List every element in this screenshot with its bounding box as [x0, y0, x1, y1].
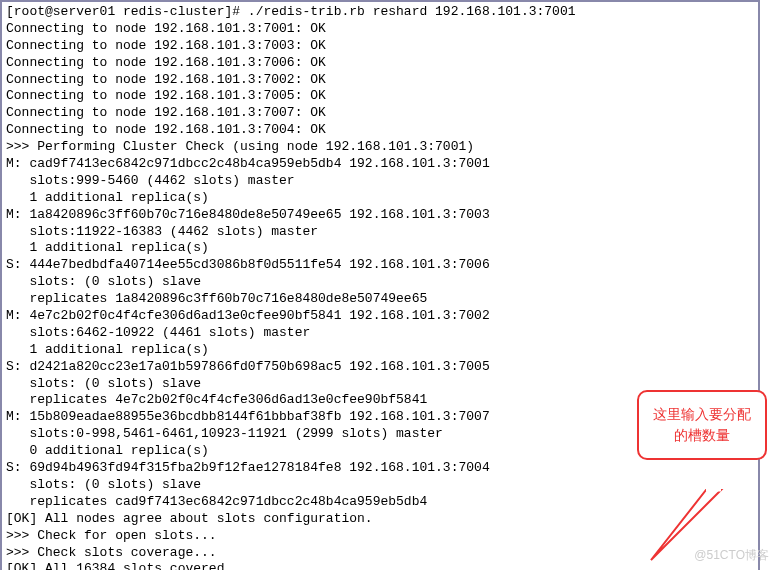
terminal-line: S: 69d94b4963fd94f315fba2b9f12fae1278184… — [6, 460, 754, 477]
terminal-line: slots:6462-10922 (4461 slots) master — [6, 325, 754, 342]
terminal-line: Connecting to node 192.168.101.3:7002: O… — [6, 72, 754, 89]
terminal-line: Connecting to node 192.168.101.3:7005: O… — [6, 88, 754, 105]
watermark: @51CTO博客 — [694, 548, 769, 564]
terminal-line: Connecting to node 192.168.101.3:7006: O… — [6, 55, 754, 72]
annotation-callout: 这里输入要分配的槽数量 — [637, 390, 767, 460]
terminal-line: 1 additional replica(s) — [6, 342, 754, 359]
terminal-line: Connecting to node 192.168.101.3:7007: O… — [6, 105, 754, 122]
terminal-line: >>> Performing Cluster Check (using node… — [6, 139, 754, 156]
terminal-line: Connecting to node 192.168.101.3:7004: O… — [6, 122, 754, 139]
terminal-line: slots: (0 slots) slave — [6, 274, 754, 291]
terminal-line: [OK] All 16384 slots covered. — [6, 561, 754, 570]
terminal-line: replicates 1a8420896c3ff60b70c716e8480de… — [6, 291, 754, 308]
terminal-line: slots:999-5460 (4462 slots) master — [6, 173, 754, 190]
terminal-line: M: 4e7c2b02f0c4f4cfe306d6ad13e0cfee90bf5… — [6, 308, 754, 325]
terminal-line: [root@server01 redis-cluster]# ./redis-t… — [6, 4, 754, 21]
terminal-line: M: 1a8420896c3ff60b70c716e8480de8e50749e… — [6, 207, 754, 224]
terminal-line: Connecting to node 192.168.101.3:7001: O… — [6, 21, 754, 38]
terminal-line: Connecting to node 192.168.101.3:7003: O… — [6, 38, 754, 55]
terminal-line: [OK] All nodes agree about slots configu… — [6, 511, 754, 528]
terminal-line: slots:11922-16383 (4462 slots) master — [6, 224, 754, 241]
watermark-text: @51CTO博客 — [694, 548, 769, 562]
terminal-line: S: d2421a820cc23e17a01b597866fd0f750b698… — [6, 359, 754, 376]
terminal-line: M: cad9f7413ec6842c971dbcc2c48b4ca959eb5… — [6, 156, 754, 173]
terminal-line: replicates cad9f7413ec6842c971dbcc2c48b4… — [6, 494, 754, 511]
terminal-line: 1 additional replica(s) — [6, 190, 754, 207]
callout-text: 这里输入要分配的槽数量 — [653, 406, 751, 443]
terminal-line: >>> Check for open slots... — [6, 528, 754, 545]
terminal-line: >>> Check slots coverage... — [6, 545, 754, 562]
terminal-line: S: 444e7bedbdfa40714ee55cd3086b8f0d5511f… — [6, 257, 754, 274]
terminal-line: slots: (0 slots) slave — [6, 477, 754, 494]
terminal-output: [root@server01 redis-cluster]# ./redis-t… — [0, 0, 760, 570]
terminal-line: 1 additional replica(s) — [6, 240, 754, 257]
